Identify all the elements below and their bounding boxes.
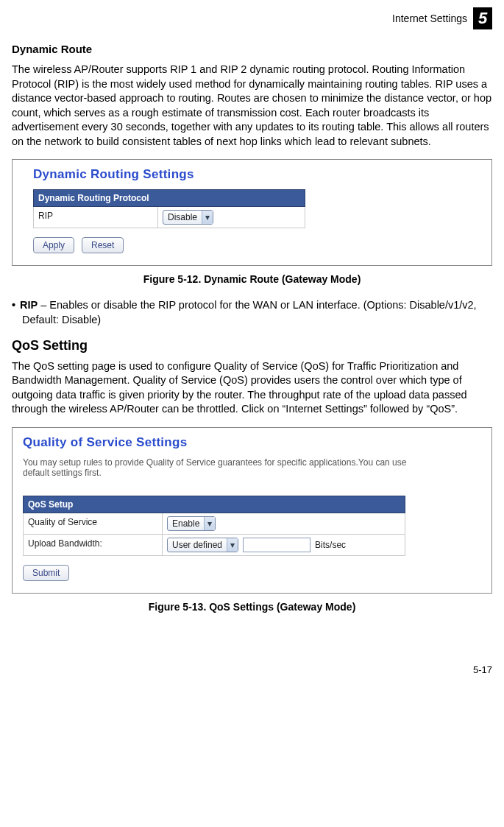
rip-term: RIP	[20, 299, 38, 311]
chevron-down-icon: ▾	[204, 517, 215, 530]
rip-select-value: Disable	[163, 212, 202, 222]
header-title: Internet Settings	[392, 13, 467, 24]
submit-button[interactable]: Submit	[23, 565, 69, 581]
qos-setup-bar: QoS Setup	[23, 496, 405, 513]
qos-select-value: Enable	[168, 518, 204, 529]
qos-select[interactable]: Enable ▾	[167, 516, 216, 531]
rip-description: – Enables or disable the RIP protocol fo…	[22, 299, 477, 325]
upload-bandwidth-input[interactable]	[243, 538, 310, 552]
upload-bandwidth-select[interactable]: User defined ▾	[167, 538, 238, 552]
dynamic-routing-panel-title: Dynamic Routing Settings	[33, 167, 483, 182]
upload-bandwidth-unit: Bits/sec	[315, 540, 346, 550]
page-header: Internet Settings 5	[12, 7, 492, 29]
chevron-down-icon: ▾	[227, 538, 238, 552]
dynamic-route-paragraph: The wireless AP/Router supports RIP 1 an…	[12, 63, 492, 149]
rip-select[interactable]: Disable ▾	[163, 210, 213, 225]
qos-panel-subtext: You may setup rules to provide Quality o…	[23, 457, 420, 478]
qos-label: Quality of Service	[23, 513, 163, 535]
qos-paragraph: The QoS setting page is used to configur…	[12, 359, 492, 417]
figure-5-13-caption: Figure 5-13. QoS Settings (Gateway Mode)	[12, 601, 492, 613]
upload-bandwidth-label: Upload Bandwidth:	[23, 535, 163, 556]
rip-label: RIP	[33, 207, 158, 228]
qos-screenshot: Quality of Service Settings You may setu…	[12, 427, 492, 594]
chevron-down-icon: ▾	[202, 211, 213, 224]
dynamic-route-heading: Dynamic Route	[12, 43, 492, 55]
apply-button[interactable]: Apply	[33, 237, 74, 253]
reset-button[interactable]: Reset	[82, 237, 124, 253]
figure-5-12-caption: Figure 5-12. Dynamic Route (Gateway Mode…	[12, 273, 492, 285]
upload-bandwidth-select-value: User defined	[168, 540, 227, 550]
qos-heading: QoS Setting	[12, 338, 492, 353]
dynamic-routing-protocol-bar: Dynamic Routing Protocol	[33, 189, 305, 207]
chapter-number: 5	[473, 7, 492, 29]
qos-panel-title: Quality of Service Settings	[23, 435, 483, 450]
page-number: 5-17	[12, 664, 492, 675]
dynamic-routing-screenshot: Dynamic Routing Settings Dynamic Routing…	[12, 159, 492, 266]
rip-bullet: •RIP – Enables or disable the RIP protoc…	[12, 298, 492, 327]
bullet-dot: •	[12, 299, 20, 311]
